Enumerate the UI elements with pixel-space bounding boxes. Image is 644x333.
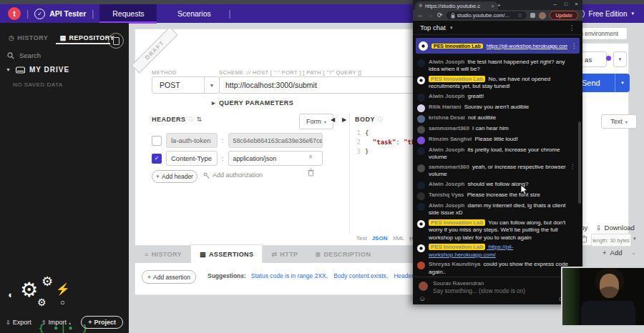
- plus-icon: +: [147, 274, 151, 281]
- url-input[interactable]: http://localhost:3000/submit: [219, 76, 441, 94]
- collapse-left-icon[interactable]: ◀: [331, 116, 335, 123]
- chat-avatar: [417, 220, 425, 228]
- add-header-button[interactable]: + Add header: [152, 170, 197, 183]
- empty-state-text: NO SAVED DATA: [13, 81, 63, 88]
- tab-requests[interactable]: Requests: [99, 4, 157, 23]
- megaphone-icon: ◖: [7, 289, 13, 300]
- pinned-link[interactable]: https://pil-workshop.herokuapp.com/: [487, 43, 567, 49]
- format-divider: |: [410, 235, 411, 242]
- send-options-chevron[interactable]: ▾: [615, 74, 630, 92]
- extensions-puzzle-icon[interactable]: [530, 13, 535, 18]
- chevron-down-icon: ▾: [324, 119, 326, 124]
- info-icon: ⓘ: [189, 116, 194, 123]
- profile-avatar[interactable]: [539, 12, 546, 19]
- suggestions-label: Suggestions:: [208, 272, 246, 279]
- header-enabled-checkbox[interactable]: ✓: [152, 154, 162, 164]
- chat-menu-icon[interactable]: ⋮: [569, 24, 576, 31]
- brand-title: API Tester: [49, 9, 86, 18]
- sidebar-tab-history[interactable]: ◷ HISTORY: [9, 34, 48, 41]
- sidebar-tab-repository[interactable]: ▤ REPOSITORY: [59, 34, 114, 41]
- search-input[interactable]: Search: [7, 51, 41, 59]
- tab-scenarios[interactable]: Scenarios: [165, 4, 223, 23]
- divider: |: [26, 9, 29, 19]
- clock-icon: ◷: [9, 34, 14, 41]
- download-label: Download: [605, 224, 635, 232]
- save-options-chevron[interactable]: ▾: [613, 51, 627, 67]
- message-menu-icon[interactable]: ⋮: [570, 164, 575, 170]
- headers-section-header: HEADERS ⓘ ⇅: [152, 116, 202, 123]
- new-tab-icon[interactable]: +: [497, 2, 501, 9]
- emoji-icon[interactable]: ☺: [419, 294, 426, 302]
- info-icon: ⓘ: [378, 116, 383, 123]
- bottom-tab-description[interactable]: ≣DESCRIPTION: [306, 245, 379, 264]
- method-dropdown[interactable]: POST ▾: [152, 76, 220, 94]
- bulb-icon: ○: [60, 298, 65, 307]
- plan-menu[interactable]: ☺ Free Edition ▾: [574, 9, 634, 19]
- chat-message-body: krishna Desai not audible: [429, 114, 496, 122]
- header-key-input[interactable]: Content-Type: [166, 151, 218, 166]
- suggestion-link[interactable]: Body content exists: [333, 272, 388, 279]
- add-button[interactable]: + Add ⌄: [602, 249, 635, 257]
- browser-tab[interactable]: ⊕ https://studio.youtube.c ×: [415, 1, 498, 10]
- add-assertion-button[interactable]: + Add assertion: [142, 270, 196, 284]
- suggestion-link[interactable]: Status code is in range 2XX: [251, 272, 328, 279]
- project-button[interactable]: + Project: [81, 316, 123, 329]
- send-label: Send: [582, 79, 600, 87]
- forward-icon[interactable]: →: [427, 12, 434, 19]
- body-editor[interactable]: { "task": "th}: [365, 129, 415, 156]
- remove-header-icon[interactable]: ×: [308, 153, 313, 161]
- export-button[interactable]: ⇩ Export: [6, 319, 31, 326]
- pinned-menu-icon[interactable]: ⋮: [571, 43, 577, 49]
- sidebar-item-my-drive[interactable]: ▼ MY DRIVE: [6, 66, 69, 74]
- headers-form-dropdown[interactable]: Form ▾: [299, 114, 333, 129]
- query-parameters-toggle[interactable]: ▸QUERY PARAMETERS: [212, 99, 293, 106]
- chat-popup-window: ⊕ https://studio.youtube.c × + – □ × ← →…: [413, 0, 582, 304]
- chat-user-name: Sourav Raveendran: [433, 280, 484, 287]
- minimize-icon[interactable]: –: [554, 1, 557, 7]
- chevron-down-icon[interactable]: ▾: [450, 25, 453, 31]
- add-authorization-button[interactable]: Add authorization: [203, 172, 263, 179]
- address-bar[interactable]: studio.youtube.com/... ☆: [447, 11, 527, 19]
- new-request-button[interactable]: [108, 33, 124, 49]
- close-tab-icon[interactable]: ×: [492, 3, 494, 9]
- reload-icon[interactable]: ⟳: [437, 12, 443, 19]
- lightning-icon: ⚡: [56, 282, 70, 296]
- chat-input-placeholder[interactable]: Say something... (slow mode is on): [433, 287, 525, 294]
- format-tab-xml[interactable]: XML: [392, 235, 404, 242]
- format-tab-json[interactable]: JSON: [372, 235, 388, 242]
- chat-text: greatt!: [466, 93, 484, 99]
- maximize-icon[interactable]: □: [565, 1, 567, 6]
- collapse-right-icon[interactable]: ▶: [342, 116, 346, 123]
- bookmark-star-icon[interactable]: ☆: [517, 12, 522, 19]
- download-button[interactable]: ⇩ Download: [596, 224, 635, 232]
- bottom-tab-history[interactable]: ≡HISTORY: [136, 245, 190, 264]
- pinned-message[interactable]: PES Innovation Lab https://pil-workshop.…: [416, 38, 580, 54]
- import-button[interactable]: ⇧ Import ▴: [42, 319, 71, 326]
- bottom-tab-http[interactable]: ⇄HTTP: [263, 245, 306, 264]
- format-tab-text[interactable]: Text: [356, 235, 367, 242]
- response-format-dropdown[interactable]: Text ▾: [601, 114, 637, 129]
- webcam-curtain: [562, 268, 580, 325]
- chat-scrollbar[interactable]: [578, 121, 581, 204]
- sort-icon[interactable]: ⇅: [197, 116, 203, 123]
- chat-avatar: [417, 182, 425, 189]
- chat-text: should we follow along?: [466, 181, 528, 187]
- header-enabled-checkbox[interactable]: [152, 136, 162, 146]
- chat-message: sammsmart360 I can hear him: [417, 125, 575, 134]
- bottom-tab-assertions[interactable]: ▤ASSERTIONS: [190, 244, 263, 264]
- remove-header-icon[interactable]: ×: [308, 136, 313, 144]
- chat-message-list: Raghav Roy Go SouurraavAlwin Joseph how …: [417, 56, 575, 276]
- trash-icon[interactable]: [308, 169, 314, 177]
- back-icon[interactable]: ←: [417, 12, 424, 19]
- chrome-update-button[interactable]: Update: [550, 11, 578, 20]
- close-window-icon[interactable]: ×: [575, 1, 578, 7]
- search-icon: [7, 52, 14, 59]
- app-logo[interactable]: t: [8, 7, 21, 20]
- pinned-avatar: [419, 41, 428, 51]
- url-text: studio.youtube.com/...: [457, 12, 516, 19]
- plan-label: Free Edition: [589, 10, 628, 18]
- chat-message-body: Alwin Joseph damn my internet died, ig t…: [429, 202, 575, 217]
- length-chevron-icon[interactable]: ▾: [633, 236, 636, 242]
- header-key-input[interactable]: la-auth-token: [166, 133, 218, 148]
- form-dropdown-label: Form: [306, 118, 321, 125]
